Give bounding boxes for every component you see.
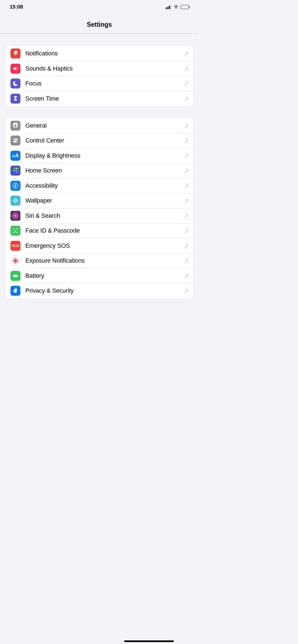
settings-row-battery[interactable]: Battery (6, 268, 193, 283)
svg-rect-14 (13, 275, 17, 277)
settings-row-control-center[interactable]: Control Center (6, 133, 193, 148)
wifi-icon (173, 5, 179, 9)
settings-row-focus[interactable]: Focus (6, 76, 193, 91)
settings-group: General Control Center AA Display & Brig… (6, 118, 193, 298)
battery-icon (181, 5, 189, 9)
row-label: Control Center (25, 137, 184, 144)
status-bar: 15:08 (0, 0, 199, 14)
svg-point-4 (16, 141, 17, 142)
status-indicators (166, 5, 189, 9)
row-label: Wallpaper (25, 197, 184, 204)
row-label: Sounds & Haptics (25, 65, 184, 72)
hourglass-icon (10, 94, 20, 104)
settings-row-screen-time[interactable]: Screen Time (6, 91, 193, 106)
settings-row-wallpaper[interactable]: Wallpaper (6, 193, 193, 208)
row-label: Siri & Search (25, 212, 184, 219)
row-label: Focus (25, 80, 184, 87)
row-label: Privacy & Security (25, 287, 184, 294)
gear-icon (10, 121, 20, 131)
svg-point-3 (14, 139, 15, 140)
svg-rect-15 (18, 275, 18, 276)
settings-row-home-screen[interactable]: Home Screen (6, 163, 193, 178)
moon-icon (10, 79, 20, 88)
battery-icon (10, 271, 20, 281)
settings-row-siri-search[interactable]: Siri & Search (6, 208, 193, 223)
row-label: Exposure Notifications (25, 257, 184, 264)
svg-point-6 (15, 184, 16, 185)
settings-row-accessibility[interactable]: Accessibility (6, 178, 193, 193)
svg-point-12 (14, 230, 15, 230)
row-label: Display & Brightness (25, 152, 184, 159)
page-title: Settings (0, 21, 199, 28)
row-label: Battery (25, 272, 184, 279)
row-label: Home Screen (25, 167, 184, 174)
settings-row-face-id-passcode[interactable]: Face ID & Passcode (6, 223, 193, 238)
navigation-header: Settings (0, 14, 199, 34)
settings-row-general[interactable]: General (6, 118, 193, 133)
svg-point-8 (15, 198, 16, 200)
svg-point-11 (16, 200, 18, 201)
svg-point-0 (16, 51, 18, 52)
row-label: General (25, 122, 184, 129)
bell-icon (10, 48, 20, 58)
settings-row-notifications[interactable]: Notifications (6, 46, 193, 61)
sos-icon: SOS (10, 241, 20, 251)
svg-point-9 (15, 201, 16, 203)
settings-row-exposure-notifications[interactable]: Exposure Notifications (6, 253, 193, 268)
speaker-icon (10, 64, 20, 74)
svg-point-7 (15, 200, 16, 201)
hand-icon (10, 286, 20, 296)
faceid-icon (10, 226, 20, 236)
settings-row-display-brightness[interactable]: AA Display & Brightness (6, 148, 193, 163)
siri-icon (10, 211, 20, 221)
accessibility-icon (10, 181, 20, 191)
exposure-icon (10, 256, 20, 266)
row-label: Screen Time (25, 95, 184, 102)
settings-group: Notifications Sounds & Haptics Focus Scr… (6, 46, 193, 106)
text-size-icon: AA (10, 151, 20, 161)
row-label: Face ID & Passcode (25, 227, 184, 234)
row-label: Emergency SOS (25, 242, 184, 249)
row-label: Notifications (25, 50, 184, 57)
settings-row-sounds-haptics[interactable]: Sounds & Haptics (6, 61, 193, 76)
row-label: Accessibility (25, 182, 184, 189)
svg-point-10 (13, 200, 15, 201)
status-time: 15:08 (10, 4, 23, 10)
switches-icon (10, 136, 20, 145)
grid-icon (10, 166, 20, 176)
cellular-icon (166, 5, 171, 9)
settings-row-emergency-sos[interactable]: SOS Emergency SOS (6, 238, 193, 253)
settings-row-privacy-security[interactable]: Privacy & Security (6, 283, 193, 298)
svg-point-13 (16, 230, 17, 230)
flower-icon (10, 196, 20, 206)
